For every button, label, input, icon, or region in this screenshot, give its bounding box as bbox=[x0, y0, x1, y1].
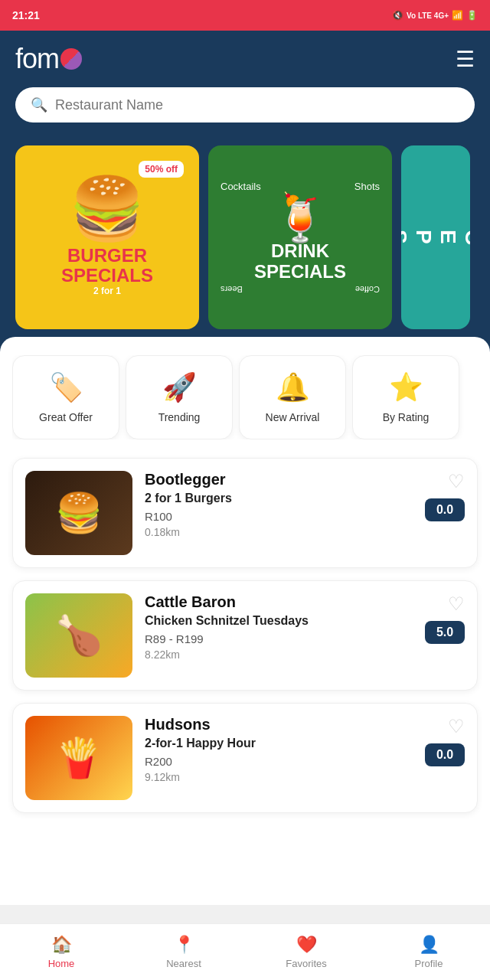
search-icon: 🔍 bbox=[31, 96, 47, 113]
drink-glass-icon: 🍹 bbox=[272, 195, 329, 241]
category-trending-label: Trending bbox=[158, 411, 201, 423]
bootlegger-rating: 0.0 bbox=[425, 498, 465, 521]
cattle-baron-price: R89 - R199 bbox=[145, 632, 413, 645]
category-great-offer[interactable]: 🏷️ Great Offer bbox=[12, 355, 119, 439]
beers-label: Beers bbox=[220, 285, 243, 294]
banners-section: 50% off 🍔 BURGERSPECIALS 2 for 1 Cocktai… bbox=[0, 138, 490, 352]
hudsons-name: Hudsons bbox=[145, 716, 413, 733]
cattle-baron-distance: 8.22km bbox=[145, 648, 413, 661]
cattle-baron-deal: Chicken Schnitzel Tuesdays bbox=[145, 614, 413, 628]
restaurant-card-cattle-baron[interactable]: 🍗 Cattle Baron Chicken Schnitzel Tuesday… bbox=[12, 580, 478, 691]
bootlegger-deal: 2 for 1 Burgers bbox=[145, 492, 413, 505]
restaurant-card-hudsons[interactable]: 🍟 Hudsons 2-for-1 Happy Hour R200 9.12km… bbox=[12, 703, 478, 813]
bootlegger-info: Bootlegger 2 for 1 Burgers R100 0.18km bbox=[145, 471, 413, 538]
hudsons-rating: 0.0 bbox=[425, 743, 465, 766]
cattle-baron-favorite-button[interactable]: ♡ bbox=[448, 593, 465, 615]
burger-emoji-icon: 🍔 bbox=[69, 178, 145, 240]
hudsons-info: Hudsons 2-for-1 Happy Hour R200 9.12km bbox=[145, 716, 413, 783]
bootlegger-img: 🍔 bbox=[25, 471, 132, 555]
restaurant-image-cattle-baron: 🍗 bbox=[25, 593, 132, 678]
bootlegger-name: Bootlegger bbox=[145, 471, 413, 488]
great-offer-icon: 🏷️ bbox=[49, 371, 83, 403]
trending-icon: 🚀 bbox=[162, 371, 197, 403]
category-by-rating[interactable]: ⭐ By Rating bbox=[352, 355, 459, 439]
banner-partial[interactable]: SPEC bbox=[401, 145, 470, 329]
logo-dot-icon bbox=[60, 48, 82, 70]
bootlegger-distance: 0.18km bbox=[145, 526, 413, 538]
bootlegger-actions: ♡ 0.0 bbox=[425, 471, 465, 521]
category-trending[interactable]: 🚀 Trending bbox=[126, 355, 233, 439]
categories-row: 🏷️ Great Offer 🚀 Trending 🔔 New Arrival … bbox=[12, 355, 478, 439]
hudsons-distance: 9.12km bbox=[145, 771, 413, 783]
hudsons-favorite-button[interactable]: ♡ bbox=[448, 716, 465, 737]
banner-drink-specials[interactable]: Cocktails Shots 🍹 DRINKSPECIALS Coffee B… bbox=[208, 145, 392, 329]
category-great-offer-label: Great Offer bbox=[39, 411, 93, 423]
menu-button[interactable]: ☰ bbox=[456, 47, 475, 72]
banners-scroll: 50% off 🍔 BURGERSPECIALS 2 for 1 Cocktai… bbox=[15, 145, 475, 329]
logo-text: fom bbox=[15, 43, 59, 75]
coffee-label: Coffee bbox=[355, 285, 380, 294]
bootlegger-favorite-button[interactable]: ♡ bbox=[448, 471, 465, 492]
restaurant-image-hudsons: 🍟 bbox=[25, 716, 132, 800]
cattle-baron-img: 🍗 bbox=[25, 593, 132, 678]
main-content: 🏷️ Great Offer 🚀 Trending 🔔 New Arrival … bbox=[0, 337, 490, 905]
banner-discount-badge: 50% off bbox=[139, 161, 184, 178]
header: fom ☰ bbox=[0, 31, 490, 87]
burger-banner-subtitle: 2 for 1 bbox=[93, 286, 121, 296]
cattle-baron-actions: ♡ 5.0 bbox=[425, 593, 465, 644]
logo: fom bbox=[15, 43, 82, 75]
shots-label: Shots bbox=[354, 181, 380, 192]
restaurant-list: 🍔 Bootlegger 2 for 1 Burgers R100 0.18km… bbox=[12, 458, 478, 887]
new-arrival-icon: 🔔 bbox=[276, 371, 310, 403]
drink-banner-top: Cocktails Shots bbox=[220, 181, 380, 192]
hudsons-actions: ♡ 0.0 bbox=[425, 716, 465, 766]
bootlegger-price: R100 bbox=[145, 510, 413, 523]
burger-banner-title: BURGERSPECIALS bbox=[61, 246, 153, 286]
status-bar: 21:21 🔇 Vo LTE 4G+ 📶 🔋 bbox=[0, 0, 490, 31]
cattle-baron-rating: 5.0 bbox=[425, 621, 465, 644]
hudsons-deal: 2-for-1 Happy Hour bbox=[145, 737, 413, 750]
category-new-arrival-label: New Arrival bbox=[266, 411, 320, 423]
search-input[interactable] bbox=[55, 97, 459, 113]
search-bar: 🔍 bbox=[15, 87, 475, 122]
status-time: 21:21 bbox=[12, 9, 40, 21]
hudsons-img: 🍟 bbox=[25, 716, 132, 800]
hudsons-price: R200 bbox=[145, 755, 413, 768]
category-by-rating-label: By Rating bbox=[383, 411, 430, 423]
status-icons: 🔇 Vo LTE 4G+ 📶 🔋 bbox=[392, 10, 478, 21]
drink-banner-title: DRINKSPECIALS bbox=[254, 241, 346, 282]
banner-burger-specials[interactable]: 50% off 🍔 BURGERSPECIALS 2 for 1 bbox=[15, 145, 199, 329]
drink-banner-bottom: Coffee Beers bbox=[220, 285, 380, 294]
restaurant-image-bootlegger: 🍔 bbox=[25, 471, 132, 555]
cocktails-label: Cocktails bbox=[220, 181, 261, 192]
category-new-arrival[interactable]: 🔔 New Arrival bbox=[239, 355, 346, 439]
cattle-baron-name: Cattle Baron bbox=[145, 593, 413, 611]
restaurant-card-bootlegger[interactable]: 🍔 Bootlegger 2 for 1 Burgers R100 0.18km… bbox=[12, 458, 478, 568]
search-container: 🔍 bbox=[0, 87, 490, 138]
cattle-baron-info: Cattle Baron Chicken Schnitzel Tuesdays … bbox=[145, 593, 413, 661]
by-rating-icon: ⭐ bbox=[389, 371, 423, 403]
